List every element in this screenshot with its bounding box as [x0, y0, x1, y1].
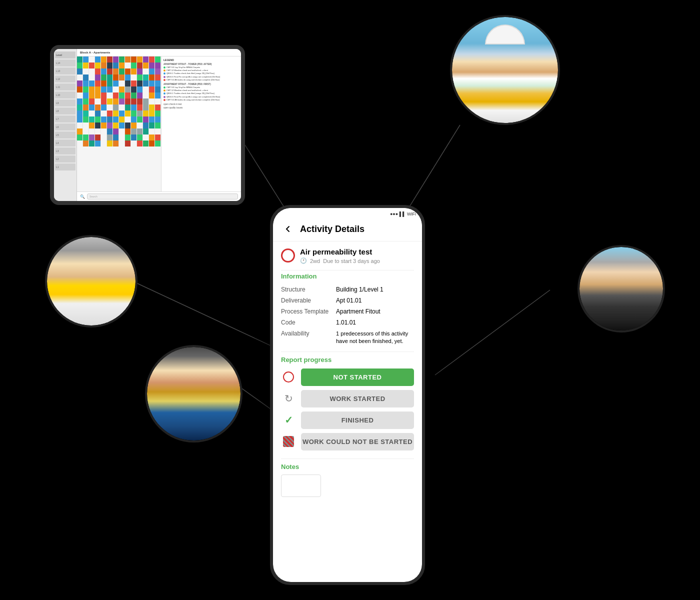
grid-cell: [113, 80, 119, 86]
grid-row: [77, 56, 161, 62]
grid-row: [77, 122, 161, 128]
grid-cell: [89, 86, 95, 92]
grid-cell: [101, 98, 107, 104]
grid-cell: [113, 68, 119, 74]
not-started-button[interactable]: NOT STARTED: [301, 368, 414, 386]
grid-cell: [95, 98, 101, 104]
grid-cell: [101, 116, 107, 122]
grid-cell: [77, 140, 83, 146]
grid-cell: [155, 68, 161, 74]
grid-cell: [83, 62, 89, 68]
grid-cell: [101, 68, 107, 74]
legend-item: QB16-6 Final Fix comps ALL snags are com…: [164, 96, 239, 98]
grid-cell: [89, 104, 95, 110]
grid-cell: [143, 68, 149, 74]
report-option-not-started[interactable]: NOT STARTED: [281, 368, 414, 386]
grid-cell: [119, 104, 125, 110]
report-progress-section: Report progress NOT STARTED ↻ WORK START…: [273, 352, 422, 458]
info-label-deliverable: Deliverable: [281, 297, 336, 304]
grid-cell: [155, 74, 161, 80]
grid-cell: [77, 74, 83, 80]
grid-cell: [107, 128, 113, 134]
grid-cell: [107, 116, 113, 122]
grid-cell: [101, 140, 107, 146]
grid-cell: [137, 134, 143, 140]
worker-photo-left: [45, 235, 138, 328]
grid-cell: [149, 80, 155, 86]
grid-cell: [113, 110, 119, 116]
could-not-start-button[interactable]: WORK COULD NOT BE STARTED: [301, 433, 414, 450]
activity-name: Air permeability test: [300, 248, 414, 256]
report-option-finished[interactable]: ✓ FINISHED: [281, 412, 414, 429]
grid-cell: [89, 62, 95, 68]
tablet-label-cell: L10: [55, 92, 76, 98]
grid-row: [77, 128, 161, 134]
grid-row: [77, 74, 161, 80]
tablet-label-cell: L13: [55, 68, 76, 74]
grid-cell: [89, 80, 95, 86]
grid-cell: [149, 122, 155, 128]
legend-dot: [164, 76, 166, 78]
tablet-label-cell: L11: [55, 84, 76, 90]
grid-cell: [125, 62, 131, 68]
grid-cell: [143, 110, 149, 116]
grid-cell: [155, 104, 161, 110]
tablet-label-cell: L12: [55, 76, 76, 82]
finished-button[interactable]: FINISHED: [301, 412, 414, 429]
grid-cell: [149, 86, 155, 92]
grid-cell: [101, 110, 107, 116]
grid-cell: [119, 122, 125, 128]
grid-row: [77, 104, 161, 110]
legend-item: CMT 9.2 All trades de-snag and declare c…: [164, 78, 239, 81]
info-label-process: Process Template: [281, 308, 336, 315]
tablet-grid: [77, 56, 161, 192]
grid-cell: [119, 68, 125, 74]
grid-cell: [83, 140, 89, 146]
grid-cell: [77, 56, 83, 62]
grid-cell: [77, 80, 83, 86]
grid-row: [77, 140, 161, 146]
grid-cell: [143, 140, 149, 146]
worker-photo-top: [450, 15, 560, 125]
grid-cell: [143, 92, 149, 98]
grid-cell: [107, 98, 113, 104]
grid-cell: [143, 116, 149, 122]
grid-cell: [137, 98, 143, 104]
grid-cell: [149, 104, 155, 110]
grid-cell: [113, 134, 119, 140]
grid-cell: [155, 92, 161, 98]
grid-cell: [95, 140, 101, 146]
report-option-work-started[interactable]: ↻ WORK STARTED: [281, 390, 414, 408]
notes-input-box[interactable]: [281, 474, 321, 497]
tablet-search-bar[interactable]: Search: [87, 194, 238, 200]
tablet-label-cell: L14: [55, 60, 76, 66]
legend-dot: [164, 66, 166, 68]
grid-cell: [113, 140, 119, 146]
circle-icon: [283, 372, 294, 382]
grid-cell: [125, 80, 131, 86]
grid-cell: [119, 134, 125, 140]
grid-cell: [137, 104, 143, 110]
report-option-could-not-start[interactable]: WORK COULD NOT BE STARTED: [281, 433, 414, 450]
grid-cell: [83, 116, 89, 122]
grid-cell: [143, 128, 149, 134]
work-started-button[interactable]: WORK STARTED: [301, 390, 414, 408]
grid-cell: [131, 68, 137, 74]
grid-cell: [155, 140, 161, 146]
striped-pattern: [283, 436, 294, 447]
grid-cell: [155, 56, 161, 62]
grid-cell: [83, 134, 89, 140]
grid-cell: [131, 134, 137, 140]
activity-due: Due to start 3 days ago: [323, 258, 380, 264]
grid-cell: [137, 140, 143, 146]
grid-cell: [125, 104, 131, 110]
info-row-code: Code 1.01.01: [281, 317, 414, 328]
svg-line-2: [130, 280, 280, 350]
legend-dot: [164, 90, 166, 92]
back-button[interactable]: [281, 222, 295, 236]
grid-cell: [155, 122, 161, 128]
grid-cell: [137, 92, 143, 98]
grid-cell: [131, 74, 137, 80]
worker-image-left: [47, 237, 136, 326]
grid-cell: [95, 122, 101, 128]
